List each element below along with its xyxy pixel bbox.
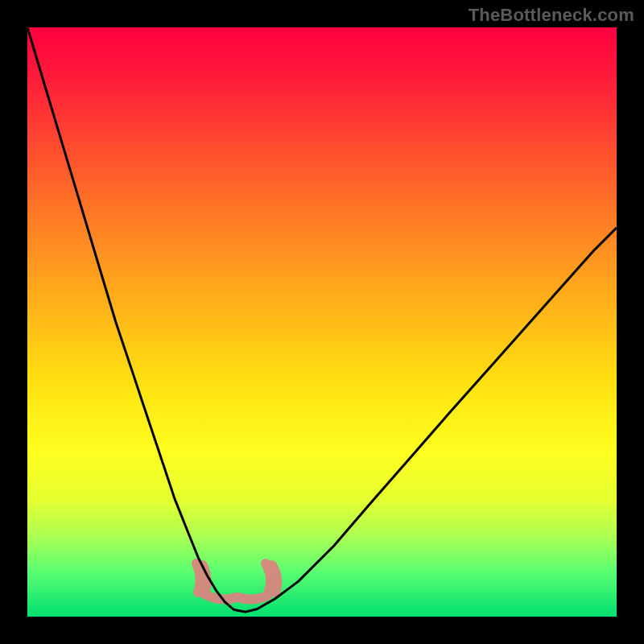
chart-frame: TheBottleneck.com (0, 0, 644, 644)
bottleneck-curve (27, 27, 617, 612)
watermark-text: TheBottleneck.com (469, 5, 634, 26)
valley-highlight (196, 564, 277, 600)
curve-layer (0, 0, 644, 644)
